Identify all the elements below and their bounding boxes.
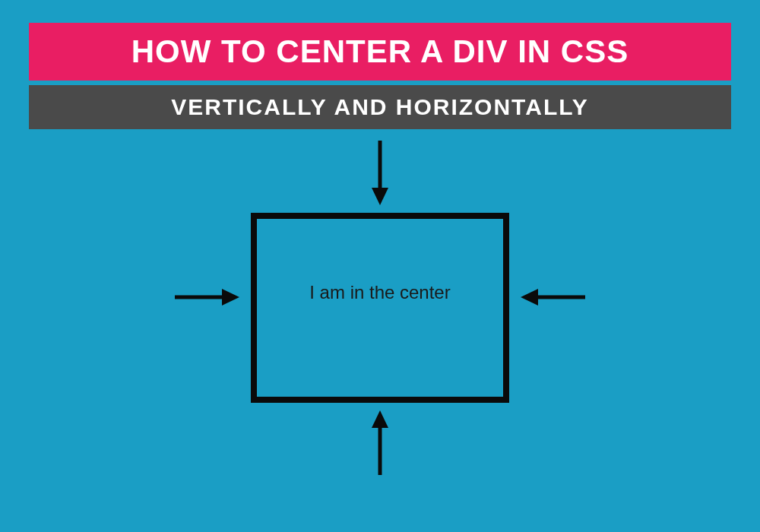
center-box-label: I am in the center (309, 282, 450, 303)
svg-marker-1 (372, 188, 388, 205)
subtitle-bar: VERTICALLY AND HORIZONTALLY (29, 85, 731, 129)
arrow-left-icon (521, 287, 585, 307)
svg-marker-5 (222, 289, 239, 306)
arrow-right-icon (175, 287, 239, 307)
title-bar: HOW TO CENTER A DIV IN CSS (29, 23, 731, 81)
svg-marker-3 (372, 410, 388, 428)
svg-marker-7 (521, 289, 538, 306)
subtitle-text: VERTICALLY AND HORIZONTALLY (171, 94, 589, 119)
diagram-area: I am in the center (0, 129, 760, 532)
title-text: HOW TO CENTER A DIV IN CSS (131, 33, 629, 69)
center-box: I am in the center (251, 213, 509, 403)
arrow-up-icon (370, 410, 390, 475)
arrow-down-icon (370, 141, 390, 205)
